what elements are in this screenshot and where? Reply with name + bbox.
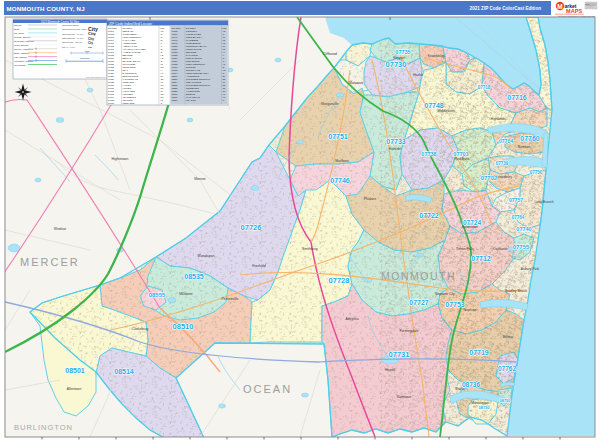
svg-text:Ramtown: Ramtown bbox=[397, 395, 411, 399]
svg-text:Toll Roads: Toll Roads bbox=[14, 64, 26, 67]
svg-text:08501: 08501 bbox=[172, 75, 179, 77]
svg-text:07746: 07746 bbox=[330, 177, 350, 184]
svg-text:08535: 08535 bbox=[172, 84, 179, 86]
svg-text:State: State bbox=[14, 28, 20, 31]
svg-text:2021 ZIP Code ColorCast Editio: 2021 ZIP Code ColorCast Edition bbox=[470, 6, 542, 11]
svg-text:Copyright MarketMAPS: Copyright MarketMAPS bbox=[86, 76, 106, 78]
svg-text:MILLSTONE TOWNSHIP: MILLSTONE TOWNSHIP bbox=[186, 78, 211, 80]
svg-text:Oakhurst: Oakhurst bbox=[493, 247, 507, 251]
svg-text:07717: 07717 bbox=[108, 51, 115, 53]
svg-text:MERCER: MERCER bbox=[20, 256, 80, 268]
svg-text:Hazlet: Hazlet bbox=[413, 73, 423, 77]
svg-text:07711: 07711 bbox=[108, 42, 115, 44]
svg-text:Holmdel: Holmdel bbox=[389, 147, 402, 151]
svg-text:07762: 07762 bbox=[498, 365, 516, 372]
svg-text:AVON BY THE SEA: AVON BY THE SEA bbox=[123, 51, 143, 53]
svg-text:MANASQUAN: MANASQUAN bbox=[186, 96, 200, 98]
svg-text:07702: 07702 bbox=[481, 175, 498, 181]
svg-text:ATLANTIC HIGHLANDS: ATLANTIC HIGHLANDS bbox=[123, 48, 147, 50]
svg-text:OCEAN: OCEAN bbox=[243, 383, 292, 395]
svg-text:Neptune City: Neptune City bbox=[435, 292, 455, 296]
svg-text:Morganville: Morganville bbox=[321, 102, 338, 106]
svg-text:07731: 07731 bbox=[389, 350, 410, 359]
svg-text:SEA GIRT: SEA GIRT bbox=[186, 99, 197, 101]
svg-text:HOLMDEL: HOLMDEL bbox=[123, 93, 134, 95]
svg-text:Hightstown: Hightstown bbox=[112, 157, 129, 161]
svg-text:NEPTUNE: NEPTUNE bbox=[186, 51, 197, 53]
svg-text:07712: 07712 bbox=[471, 255, 491, 262]
svg-text:Windsor: Windsor bbox=[54, 227, 67, 231]
svg-text:LEONARDO: LEONARDO bbox=[123, 102, 135, 104]
svg-text:BELMAR: BELMAR bbox=[123, 57, 132, 59]
svg-text:07737: 07737 bbox=[108, 102, 115, 104]
svg-text:ZIP Code: ZIP Code bbox=[172, 27, 182, 29]
svg-text:SPRING LAKE: SPRING LAKE bbox=[186, 69, 201, 71]
svg-text:08510: 08510 bbox=[172, 78, 179, 80]
svg-text:07748: 07748 bbox=[172, 42, 179, 44]
svg-text:LINCROFT: LINCROFT bbox=[186, 30, 197, 32]
svg-text:07720: 07720 bbox=[108, 60, 115, 62]
svg-text:07718: 07718 bbox=[478, 85, 491, 90]
svg-text:ZIP Name: ZIP Name bbox=[186, 27, 196, 29]
svg-text:07735: 07735 bbox=[395, 49, 410, 55]
svg-text:BRIELLE: BRIELLE bbox=[186, 93, 195, 95]
svg-text:Primary Streets: Primary Streets bbox=[14, 36, 31, 39]
svg-text:MONMOUTH: MONMOUTH bbox=[381, 270, 456, 282]
svg-text:07701: 07701 bbox=[108, 30, 115, 32]
svg-text:Highlands: Highlands bbox=[490, 117, 505, 121]
svg-text:RED BANK: RED BANK bbox=[123, 30, 135, 32]
svg-text:BELFORD: BELFORD bbox=[123, 54, 134, 56]
svg-text:Keansburg: Keansburg bbox=[428, 54, 445, 58]
svg-text:07751: 07751 bbox=[172, 48, 179, 50]
svg-text:07702: 07702 bbox=[108, 33, 115, 35]
svg-text:07716: 07716 bbox=[507, 94, 527, 101]
svg-text:FREEHOLD: FREEHOLD bbox=[123, 81, 135, 83]
svg-text:07712: 07712 bbox=[108, 45, 115, 47]
svg-text:MONMOUTH COUNTY, NJ: MONMOUTH COUNTY, NJ bbox=[7, 5, 85, 12]
svg-text:08510: 08510 bbox=[173, 322, 194, 331]
svg-text:FAIR HAVEN: FAIR HAVEN bbox=[123, 39, 136, 41]
svg-text:Monroe: Monroe bbox=[194, 177, 206, 181]
svg-text:Clarksburg: Clarksburg bbox=[132, 327, 149, 331]
svg-text:ZIP Code: ZIP Code bbox=[14, 32, 25, 35]
svg-text:07722: 07722 bbox=[419, 212, 439, 219]
svg-text:OCEAN GROVE: OCEAN GROVE bbox=[186, 57, 203, 59]
svg-text:Allentown: Allentown bbox=[67, 387, 82, 391]
svg-text:07738: 07738 bbox=[421, 151, 436, 157]
svg-text:07739: 07739 bbox=[496, 161, 509, 166]
svg-text:07732: 07732 bbox=[108, 90, 115, 92]
svg-text:07726: 07726 bbox=[241, 223, 262, 232]
svg-text:MAP: MAP bbox=[585, 3, 590, 5]
svg-text:07755: 07755 bbox=[172, 54, 179, 56]
svg-text:HAZLET: HAZLET bbox=[123, 84, 132, 86]
svg-text:Howell: Howell bbox=[385, 368, 395, 372]
svg-text:US Highway: US Highway bbox=[14, 56, 28, 59]
svg-text:HIGHLANDS: HIGHLANDS bbox=[123, 90, 136, 92]
svg-text:BRADLEY BEACH: BRADLEY BEACH bbox=[123, 60, 141, 62]
svg-text:08736: 08736 bbox=[172, 96, 179, 98]
svg-text:America's Leading Source of Bu: America's Leading Source of Business Map… bbox=[557, 15, 595, 17]
svg-text:07735: 07735 bbox=[108, 99, 115, 101]
svg-text:08736: 08736 bbox=[462, 381, 480, 388]
svg-text:CLIFFWOOD: CLIFFWOOD bbox=[123, 63, 136, 65]
svg-text:07731: 07731 bbox=[108, 87, 115, 89]
svg-text:07723: 07723 bbox=[108, 69, 115, 71]
svg-text:WEST LONG BRANCH: WEST LONG BRANCH bbox=[186, 72, 209, 74]
svg-text:07726: 07726 bbox=[108, 75, 115, 77]
svg-text:Rumson: Rumson bbox=[518, 145, 531, 149]
svg-text:07730: 07730 bbox=[386, 60, 407, 69]
svg-text:07762: 07762 bbox=[172, 69, 179, 71]
svg-text:Minor Streets: Minor Streets bbox=[14, 44, 29, 47]
svg-text:07738: 07738 bbox=[172, 30, 179, 32]
svg-text:07704: 07704 bbox=[108, 39, 115, 41]
svg-text:07755: 07755 bbox=[513, 244, 530, 250]
svg-text:07721: 07721 bbox=[108, 63, 115, 65]
svg-text:ALLENHURST: ALLENHURST bbox=[123, 42, 138, 44]
svg-text:Smithburg: Smithburg bbox=[302, 247, 318, 251]
svg-text:ROOSEVELT: ROOSEVELT bbox=[186, 87, 200, 89]
svg-text:Marlboro: Marlboro bbox=[335, 159, 348, 163]
svg-text:PORT MONMOUTH: PORT MONMOUTH bbox=[186, 63, 206, 65]
svg-text:07722: 07722 bbox=[108, 66, 115, 68]
svg-text:Secondary Streets: Secondary Streets bbox=[14, 40, 34, 43]
svg-text:07764: 07764 bbox=[512, 215, 525, 220]
